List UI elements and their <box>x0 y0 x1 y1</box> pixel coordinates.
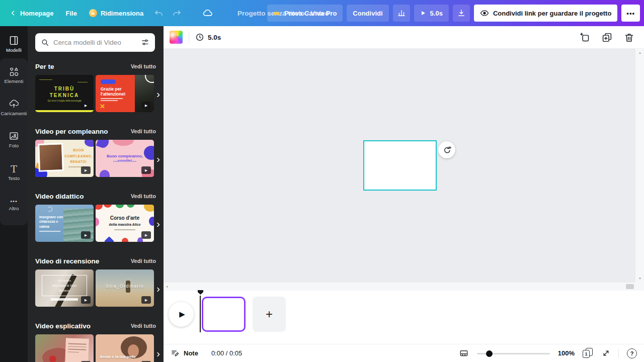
sidebar-item-foto[interactable]: Foto <box>0 127 28 152</box>
cloud-save-button[interactable] <box>199 5 216 22</box>
scroll-right-chevron[interactable]: › <box>156 218 160 229</box>
page-number: 1 <box>583 350 590 358</box>
template-thumb-tribu-teknica[interactable]: TRIBÙTEKNICA Qui trovi il meglio della t… <box>35 75 94 112</box>
horizontal-scrollbar[interactable]: ◂ ▸ <box>164 283 644 291</box>
scroll-right-chevron[interactable]: › <box>156 348 160 358</box>
play-icon: ▶ <box>141 231 151 239</box>
resize-label: Ridimensiona <box>101 10 143 17</box>
top-bar-left: Homepage File Ridimensiona <box>4 5 216 22</box>
eye-icon <box>480 9 489 18</box>
play-icon: ▶ <box>179 310 185 319</box>
scroll-right-chevron[interactable]: › <box>156 153 160 164</box>
template-thumb-ricetta[interactable]: ▶ <box>35 334 94 362</box>
filter-icon[interactable] <box>141 38 149 47</box>
see-all-link[interactable]: Vedi tutto <box>131 128 156 134</box>
see-all-link[interactable]: Vedi tutto <box>131 193 156 199</box>
undo-button[interactable] <box>150 5 167 22</box>
play-icon <box>420 10 426 16</box>
timeline-add-page-button[interactable]: + <box>253 297 286 332</box>
duplicate-page-icon[interactable] <box>601 31 613 43</box>
play-icon: ▶ <box>81 102 91 109</box>
share-label: Condividi <box>353 10 382 17</box>
top-bar-right: Prova Canva Pro Condividi 5.0s <box>267 0 640 26</box>
redo-button[interactable] <box>168 5 185 22</box>
try-canva-pro-button[interactable]: Prova Canva Pro <box>267 5 343 22</box>
stats-button[interactable] <box>393 5 410 22</box>
add-page-icon[interactable] <box>579 31 591 43</box>
play-icon: ▶ <box>141 296 151 304</box>
scroll-right-chevron[interactable]: › <box>156 283 160 294</box>
play-icon: ▶ <box>81 166 91 174</box>
template-thumb-compleanno-renato[interactable]: BUON COMPLEANNO, RENATO! ▶ <box>35 140 94 177</box>
top-bar: Homepage File Ridimensiona Progetto senz… <box>0 0 644 26</box>
vertical-scrollbar[interactable]: ▲ ▼ <box>635 49 644 283</box>
back-homepage-button[interactable]: Homepage <box>4 5 59 22</box>
sidebar-item-testo[interactable]: T Testo <box>0 160 28 185</box>
template-thumb-corso-arte[interactable]: Corso d'arte della maestra Alice ▶ <box>96 205 154 242</box>
section-title: Video di recensione <box>35 257 99 265</box>
see-all-link[interactable]: Vedi tutto <box>131 323 156 329</box>
scroll-down-icon[interactable]: ▼ <box>635 277 644 280</box>
section-title: Video per compleanno <box>35 128 108 135</box>
resize-button[interactable]: Ridimensiona <box>84 5 149 22</box>
thumb-title: Stra_Ordinario <box>96 283 154 289</box>
see-all-link[interactable]: Vedi tutto <box>131 258 156 264</box>
template-thumb-insegnare[interactable]: Insegnare con chiarezza e calma ▶ <box>35 205 94 242</box>
zoom-level[interactable]: 100% <box>558 349 575 357</box>
thumb-title: Ansia e la tua pelle <box>100 354 139 359</box>
timeline-view-icon[interactable] <box>459 349 469 358</box>
time-display: 0:00 / 0:05 <box>211 349 242 357</box>
section-recensione: Video di recensione Vedi tutto Un nuovo … <box>35 256 156 307</box>
template-thumb-grazie[interactable]: Grazie per l'attenzione! ✕ ▶ <box>96 75 154 112</box>
scroll-up-icon[interactable]: ▲ <box>635 51 644 54</box>
page-duration-button[interactable]: 5.0s <box>195 33 221 42</box>
search-bar[interactable] <box>35 33 155 52</box>
canva-video-editor: Homepage File Ridimensiona Progetto senz… <box>0 0 644 362</box>
help-button[interactable]: ? <box>627 348 637 358</box>
templates-panel: Per te Vedi tutto TRIBÙTEKNICA Qui trovi… <box>28 26 164 362</box>
notes-button[interactable]: Note <box>171 349 198 357</box>
download-button[interactable] <box>453 5 470 22</box>
template-thumb-slow-fashion[interactable]: Un nuovo della linea di Slow Fashion ▶ <box>35 269 94 307</box>
template-thumb-compleanno-sorella[interactable]: Buon compleanno, sorella! ▶ <box>96 140 154 177</box>
elements-icon <box>9 66 19 77</box>
template-thumb-ansia-pelle[interactable]: Ansia e la tua pelle ▶ <box>96 334 154 362</box>
page-actions <box>579 31 638 43</box>
fullscreen-icon[interactable] <box>602 349 610 357</box>
sidebar-item-label: Elementi <box>5 78 24 84</box>
delete-page-icon[interactable] <box>623 31 635 43</box>
scrollbar-thumb[interactable] <box>626 284 634 289</box>
template-thumb-stra-ordinario[interactable]: Stra_Ordinario ▶ <box>96 269 154 307</box>
thumb-subtitle: della maestra Alice <box>96 223 154 226</box>
see-all-link[interactable]: Vedi tutto <box>131 63 156 69</box>
pages-view-button[interactable]: 1 <box>583 348 594 358</box>
zoom-slider-knob[interactable] <box>486 350 493 357</box>
search-icon <box>41 38 49 47</box>
zoom-slider[interactable] <box>477 350 550 357</box>
section-title: Video esplicativo <box>35 322 91 330</box>
sidebar-item-label: Caricamenti <box>1 111 27 116</box>
share-view-link-button[interactable]: Condividi link per guardare il progetto <box>474 5 617 22</box>
selected-page-element[interactable] <box>363 140 437 191</box>
preview-play-button[interactable]: 5.0s <box>414 5 449 22</box>
share-button[interactable]: Condividi <box>347 5 388 22</box>
timeline-page-1[interactable] <box>202 297 246 332</box>
search-input[interactable] <box>53 39 137 46</box>
try-canva-pro-label: Prova Canva Pro <box>284 10 337 17</box>
playhead-line <box>200 296 201 332</box>
sidebar-item-altro[interactable]: ••• Altro <box>0 192 28 217</box>
sidebar-item-modelli[interactable]: Modelli <box>0 31 28 56</box>
more-options-label: ••• <box>626 10 635 17</box>
file-menu-button[interactable]: File <box>60 5 82 22</box>
timeline-play-button[interactable]: ▶ <box>169 302 194 327</box>
sidebar-item-caricamenti[interactable]: Caricamenti <box>0 95 28 120</box>
rotate-handle[interactable] <box>438 141 455 158</box>
help-icon: ? <box>630 350 634 356</box>
more-options-button[interactable]: ••• <box>621 5 640 22</box>
thumb-title: TRIBÙ <box>54 86 75 92</box>
notes-label: Note <box>184 349 198 357</box>
scroll-right-chevron[interactable]: › <box>156 88 160 99</box>
background-color-picker[interactable] <box>170 31 183 44</box>
scroll-left-icon[interactable]: ◂ <box>166 285 168 289</box>
sidebar-item-elementi[interactable]: Elementi <box>0 62 28 87</box>
